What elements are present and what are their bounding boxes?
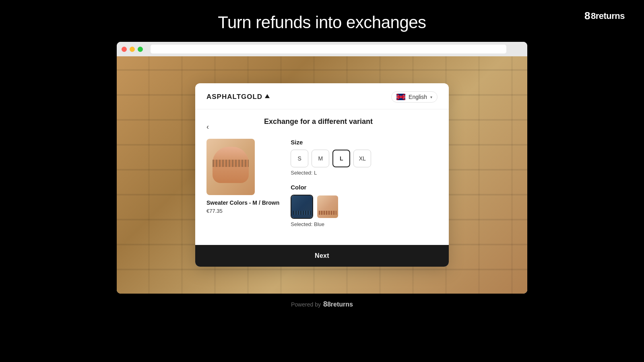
- size-btn-m[interactable]: M: [312, 150, 329, 167]
- nav-row: ‹ Exchange for a different variant: [206, 117, 438, 136]
- powered-brand: 88returns: [323, 300, 353, 309]
- exchange-modal: ASPHALTGOLD English ▾ ‹ Exchange for a d…: [195, 83, 449, 267]
- brand-eight: 8: [584, 10, 590, 22]
- size-btn-l[interactable]: L: [332, 150, 350, 167]
- color-label: Color: [291, 184, 438, 191]
- browser-bar: [117, 42, 527, 56]
- section-title: Exchange for a different variant: [212, 117, 425, 126]
- flag-icon: [396, 94, 405, 100]
- logo-triangle-icon: [265, 94, 270, 98]
- page-title: Turn refunds into exchanges: [218, 13, 426, 32]
- logo-text: ASPHALTGOLD: [206, 93, 262, 101]
- back-button[interactable]: ‹: [206, 121, 212, 132]
- product-image: [206, 139, 255, 195]
- url-bar[interactable]: [151, 45, 506, 53]
- brand-eight-footer: 8: [323, 300, 327, 308]
- size-section: Size S M L XL Selected: L: [291, 139, 438, 176]
- size-selected-text: Selected: L: [291, 170, 438, 176]
- swatch-brown-image: [317, 195, 338, 218]
- minimize-button[interactable]: [130, 47, 135, 52]
- language-selector[interactable]: English ▾: [391, 91, 438, 103]
- size-btn-xl[interactable]: XL: [353, 150, 371, 167]
- browser-window: ASPHALTGOLD English ▾ ‹ Exchange for a d…: [117, 42, 527, 294]
- swatch-blue-image: [291, 195, 312, 218]
- chevron-down-icon: ▾: [430, 95, 432, 99]
- powered-by-text: Powered by: [291, 301, 321, 308]
- maximize-button[interactable]: [138, 47, 143, 52]
- language-label: English: [409, 94, 427, 100]
- color-swatch-brown[interactable]: [316, 195, 339, 219]
- store-logo: ASPHALTGOLD: [206, 93, 270, 101]
- modal-footer: Next: [195, 245, 449, 267]
- product-image-container: Sweater Colors - M / Brown €77.35: [206, 139, 279, 235]
- size-buttons: S M L XL: [291, 150, 438, 167]
- product-price: €77.35: [206, 208, 279, 214]
- modal-header: ASPHALTGOLD English ▾: [195, 83, 449, 109]
- color-swatch-blue[interactable]: [291, 195, 313, 219]
- color-section: Color Selected: Blue: [291, 184, 438, 227]
- color-swatches: [291, 195, 438, 219]
- product-area: Sweater Colors - M / Brown €77.35 Size S…: [206, 139, 438, 235]
- options-area: Size S M L XL Selected: L Color: [291, 139, 438, 235]
- brand-name-footer: 8returns: [327, 301, 353, 308]
- modal-body: ‹ Exchange for a different variant Sweat…: [195, 109, 449, 245]
- brand-logo-top: 88returns: [584, 10, 625, 22]
- color-selected-text: Selected: Blue: [291, 221, 438, 227]
- next-button[interactable]: Next: [195, 245, 449, 267]
- close-button[interactable]: [122, 47, 127, 52]
- browser-content: ASPHALTGOLD English ▾ ‹ Exchange for a d…: [117, 56, 527, 294]
- product-name: Sweater Colors - M / Brown: [206, 199, 279, 206]
- size-btn-s[interactable]: S: [291, 150, 308, 167]
- brand-name: 8returns: [591, 11, 625, 21]
- powered-by-footer: Powered by 88returns: [291, 300, 353, 309]
- size-label: Size: [291, 139, 438, 146]
- product-info: Sweater Colors - M / Brown €77.35: [206, 199, 279, 214]
